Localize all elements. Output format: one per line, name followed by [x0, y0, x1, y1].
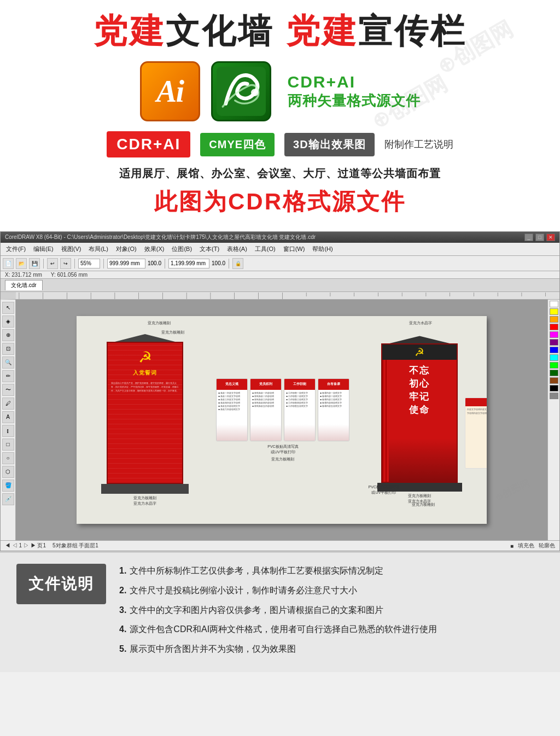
minimize-btn[interactable]: _ — [524, 233, 533, 241]
menu-effect[interactable]: 效果(X) — [141, 244, 168, 254]
width-pct: 100.0 — [148, 260, 161, 266]
tool-pen[interactable]: 🖊 — [2, 398, 14, 410]
redo-btn[interactable]: ↪ — [60, 258, 71, 269]
label-bot-right1: 亚克力板雕刻 — [408, 493, 431, 499]
save-btn[interactable]: 💾 — [29, 258, 40, 269]
outline-label-text: 轮廓色 — [539, 542, 555, 550]
right-small-board: 内容文字说明内容文字内容文字说明内容文字说明内容文字 — [465, 398, 487, 469]
toolbar-sep3 — [103, 259, 104, 268]
toolbar-sep4 — [165, 259, 165, 268]
tool-parallel[interactable]: ⫿ — [2, 425, 14, 437]
zoom-field[interactable] — [78, 259, 100, 268]
cdr-toolbar: 📄 📂 💾 ↩ ↪ 100.0 100.0 🔒 — [1, 256, 559, 271]
badge-note: 附制作工艺说明 — [384, 138, 453, 151]
middle-label-pvc: PVC板贴高清写真或UV平板打印 — [267, 444, 298, 455]
board-left-text: 我志愿加入中国共产党，拥护党的纲领，遵守党的章程，履行党员义务，执行党的决定，严… — [111, 381, 179, 393]
menu-table[interactable]: 表格(A) — [224, 244, 250, 254]
window-controls: _ □ ✕ — [524, 233, 555, 241]
label-top3: 亚克力水晶字 — [409, 320, 432, 326]
height-field[interactable] — [168, 259, 209, 268]
tool-node[interactable]: ◈ — [2, 316, 14, 328]
menu-layout[interactable]: 布局(L) — [85, 244, 111, 254]
toolbar-sep2 — [74, 259, 75, 268]
menu-help[interactable]: 帮助(H) — [309, 244, 336, 254]
tool-fill[interactable]: 🪣 — [2, 480, 14, 492]
cdr-canvas-area: 亚克力板雕刻 亚克力板雕刻 亚克力水晶字 ☭ — [16, 300, 547, 540]
board-left-title: 入党誓词 — [108, 369, 182, 377]
page-nav: ◀ ◁ 1 ▷ ▶ 页1 — [5, 542, 46, 550]
swatch-gray[interactable] — [550, 393, 558, 399]
new-btn[interactable]: 📄 — [3, 258, 14, 269]
tool-smart[interactable]: 〜 — [2, 384, 14, 396]
swatch-black[interactable] — [550, 385, 558, 392]
swatch-blue[interactable] — [550, 347, 558, 353]
open-btn[interactable]: 📂 — [16, 258, 27, 269]
panel-3-header: 工作职能 — [284, 379, 315, 390]
window-title: CorelDRAW X8 (64-Bit) - C:\Users\Adminis… — [5, 233, 316, 241]
coord-x: X: 231.712 mm — [5, 272, 42, 278]
tool-rect[interactable]: □ — [2, 439, 14, 451]
tool-select[interactable]: ↖ — [2, 302, 14, 314]
swatch-yellow[interactable] — [550, 308, 558, 315]
swatch-orange[interactable] — [550, 316, 558, 323]
swatch-darkgreen[interactable] — [550, 370, 558, 376]
tool-text[interactable]: A — [2, 411, 14, 423]
swatch-brown[interactable] — [550, 377, 558, 384]
panel-1-body: ■ 条款一内容文字说明■ 条款二内容文字说明■ 条款三内容文字说明■ 条款四内容… — [217, 390, 247, 413]
swatch-white[interactable] — [550, 301, 558, 307]
svg-point-1 — [251, 89, 259, 97]
left-tool-panel: ↖ ◈ ⊕ ⊡ 🔍 ✏ 〜 🖊 A ⫿ □ ○ ⬡ 🪣 💉 — [1, 300, 16, 540]
menu-bitmap[interactable]: 位图(B) — [168, 244, 195, 254]
swatch-purple[interactable] — [550, 339, 558, 346]
ai-icon: Ai — [140, 61, 200, 121]
left-display-container: ☭ 入党誓词 我志愿加入中国共产党，拥护党的纲领，遵守党的章程，履行党员义务，执… — [101, 334, 189, 506]
doc-tab[interactable]: 文化墙.cdr — [5, 280, 43, 290]
ruler-horizontal: | | | | | | | | | | | | | | | | | | | | … — [1, 292, 559, 300]
menu-window[interactable]: 窗口(W) — [280, 244, 308, 254]
menu-tools[interactable]: 工具(O) — [252, 244, 279, 254]
ruler-marks: | | | | | | | | | | | | | | | | | | | | … — [19, 292, 559, 300]
toolbar-sep1 — [43, 259, 44, 268]
tool-transform[interactable]: ⊕ — [2, 329, 14, 341]
note-2: 文件尺寸是投稿比例缩小设计，制作时请务必注意尺寸大小 — [117, 583, 544, 598]
cdr-right-panel — [547, 300, 559, 540]
menu-text[interactable]: 文本(T) — [196, 244, 223, 254]
note-4: 源文件包含CDR和AI两种文件格式，使用者可自行选择自己熟悉的软件进行使用 — [117, 622, 544, 636]
close-btn[interactable]: ✕ — [546, 233, 555, 241]
label-acrylic-right2: 亚克力板雕刻 — [412, 502, 435, 507]
panel-3-deco — [284, 424, 315, 441]
panel-3-body: ■ 工作职责一说明文字■ 工作职责二说明文字■ 工作职责三说明文字■ 工作职责四… — [284, 390, 315, 410]
fill-color-label: ■ — [510, 543, 514, 549]
tool-crop[interactable]: ⊡ — [2, 343, 14, 355]
menu-file[interactable]: 文件(F) — [3, 244, 29, 254]
coord-y: Y: 601.056 mm — [51, 272, 88, 278]
restore-btn[interactable]: □ — [535, 233, 544, 241]
swatch-magenta[interactable] — [550, 331, 558, 338]
tool-freehand[interactable]: ✏ — [2, 370, 14, 382]
cdr-canvas-inner: 亚克力板雕刻 亚克力板雕刻 亚克力水晶字 ☭ — [16, 300, 547, 540]
panel-2-body: ■ 权利条款一内容说明■ 权利条款二内容说明■ 权利条款三内容说明■ 权利条款四… — [250, 390, 281, 410]
swatch-green[interactable] — [550, 362, 558, 369]
tool-eyedropper[interactable]: 💉 — [2, 493, 14, 505]
menu-edit[interactable]: 编辑(E) — [30, 244, 57, 254]
file-notes: 文件中所标制作工艺仅供参考，具体制作工艺要根据实际情况制定 文件尺寸是投稿比例缩… — [117, 564, 544, 661]
design-preview: 亚克力板雕刻 亚克力板雕刻 亚克力水晶字 ☭ — [77, 316, 487, 524]
right-board: ☭ 不忘初心牢记使命 — [381, 343, 458, 483]
lock-btn[interactable]: 🔒 — [232, 258, 243, 269]
menu-view[interactable]: 视图(V) — [58, 244, 85, 254]
party-emblem: ☭ — [108, 343, 182, 366]
cdr-body: ↖ ◈ ⊕ ⊡ 🔍 ✏ 〜 🖊 A ⫿ □ ○ ⬡ 🪣 💉 亚克 — [1, 300, 559, 540]
swatch-cyan[interactable] — [550, 354, 558, 361]
tool-polygon[interactable]: ⬡ — [2, 466, 14, 478]
menu-object[interactable]: 对象(O) — [113, 244, 140, 254]
panel-1-header: 党总义规 — [217, 379, 247, 390]
left-board: ☭ 入党誓词 我志愿加入中国共产党，拥护党的纲领，遵守党的章程，履行党员义务，执… — [107, 342, 183, 484]
party-star-icon: ☭ — [415, 346, 424, 359]
undo-btn[interactable]: ↩ — [47, 258, 58, 269]
swatch-red[interactable] — [550, 324, 558, 330]
label-bot-left2: 亚克力水晶字 — [133, 501, 156, 506]
width-field[interactable] — [107, 259, 145, 268]
tool-zoom[interactable]: 🔍 — [2, 357, 14, 369]
panel-4-body: ■ 备课内容一说明文字■ 备课内容二说明文字■ 备课内容三说明文字■ 备课内容四… — [318, 390, 349, 410]
tool-ellipse[interactable]: ○ — [2, 452, 14, 464]
